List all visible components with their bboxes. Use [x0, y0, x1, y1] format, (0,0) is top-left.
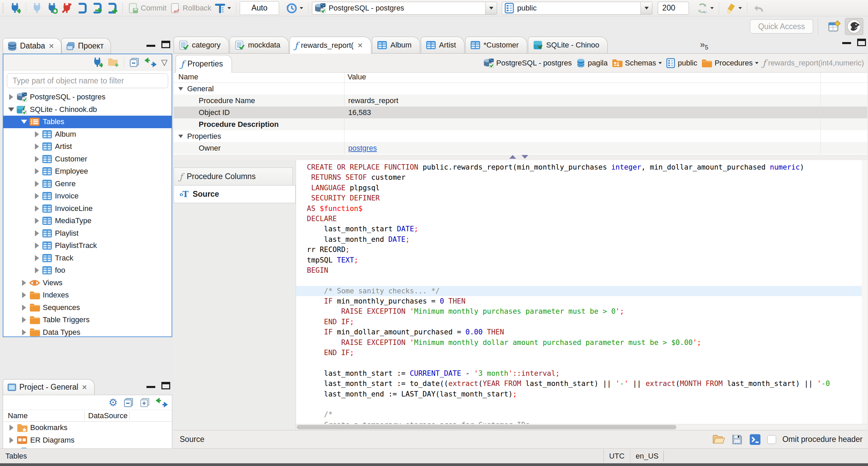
quick-access-input[interactable]: Quick Access	[750, 19, 813, 34]
editor-tab-rewards-report[interactable]: ƒrewards_report(✕	[290, 37, 372, 54]
splitter-down-icon[interactable]	[521, 155, 528, 159]
expander-collapsed-icon[interactable]	[32, 193, 42, 199]
maximize-icon[interactable]	[857, 39, 866, 46]
expander-collapsed-icon[interactable]	[19, 280, 29, 286]
editor-tab-mockdata[interactable]: mockdata	[230, 37, 289, 53]
breadcrumb-item-schemas[interactable]: Schemas	[612, 58, 662, 68]
tree-item-data-types[interactable]: Data Types	[3, 326, 172, 337]
connect-button[interactable]	[29, 1, 44, 15]
tree-item-track[interactable]: Track	[3, 252, 172, 265]
dbeaver-perspective-button[interactable]	[845, 18, 863, 35]
expander-collapsed-icon[interactable]	[19, 305, 29, 311]
close-icon[interactable]: ✕	[357, 41, 363, 50]
expander-expanded-icon[interactable]	[6, 108, 16, 112]
save-to-file-icon[interactable]	[731, 434, 743, 445]
commit-button[interactable]: Commit	[126, 1, 168, 15]
tree-item-table-triggers[interactable]: Table Triggers	[3, 314, 172, 326]
property-row-procedure-name[interactable]: Procedure Namerewards_report	[174, 95, 867, 106]
expander-collapsed-icon[interactable]	[32, 206, 42, 212]
tree-item-genre[interactable]: Genre	[3, 178, 172, 190]
fetch-size-input[interactable]: 200	[658, 2, 689, 15]
breadcrumb-item-public[interactable]: public	[666, 58, 697, 68]
tree-item-employee[interactable]: Employee	[3, 165, 172, 178]
connection-selector[interactable]: PostgreSQL - postgres	[312, 2, 497, 15]
tree-item-tables[interactable]: Tables	[3, 116, 172, 128]
auto-sync-button[interactable]	[694, 1, 715, 15]
format-button[interactable]	[723, 1, 744, 15]
schema-selector[interactable]: public	[502, 2, 652, 15]
expander-collapsed-icon[interactable]	[32, 168, 42, 174]
owner-link[interactable]: postgres	[348, 144, 377, 152]
horizontal-scrollbar[interactable]	[296, 424, 867, 430]
tree-item-indexes[interactable]: Indexes	[3, 289, 172, 302]
tab-database-navigator[interactable]: Databa ✕	[3, 38, 61, 54]
vertical-scrollbar[interactable]	[862, 160, 867, 424]
expander-collapsed-icon[interactable]	[32, 230, 42, 236]
property-value[interactable]: postgres	[344, 144, 377, 153]
column-divider[interactable]	[344, 73, 344, 155]
commit-mode-combo[interactable]: Auto	[240, 1, 279, 15]
new-folder-icon[interactable]	[107, 57, 119, 67]
scrollbar-thumb[interactable]	[297, 425, 676, 429]
tree-item-postgresql-postgres[interactable]: PostgreSQL - postgres	[3, 91, 172, 103]
property-row-properties[interactable]: Properties	[174, 130, 867, 142]
object-filter-input[interactable]: Type part of object name to filter	[7, 73, 168, 88]
open-perspective-button[interactable]	[827, 19, 842, 34]
tree-item-sqlite-chinook-db[interactable]: SQLite - Chinook.db	[3, 103, 172, 116]
maximize-icon[interactable]	[161, 41, 170, 48]
status-locale[interactable]: en_US	[636, 452, 658, 461]
subtab-source[interactable]: ‹›TSource	[174, 185, 296, 203]
source-code-editor[interactable]: CREATE OR REPLACE FUNCTION public.reward…	[296, 160, 867, 430]
expander-collapsed-icon[interactable]	[32, 242, 42, 249]
tree-item-playlist[interactable]: Playlist	[3, 227, 172, 240]
expander-collapsed-icon[interactable]	[32, 218, 42, 224]
expander-collapsed-icon[interactable]	[32, 267, 42, 273]
group-expander-icon[interactable]	[178, 87, 183, 91]
load-from-file-icon[interactable]	[712, 434, 725, 445]
console-icon[interactable]	[749, 433, 761, 446]
breadcrumb-item-pagila[interactable]: pagila	[576, 58, 608, 68]
property-row-owner[interactable]: Ownerpostgres	[174, 142, 867, 154]
editor-tab-customer[interactable]: *Customer	[465, 37, 527, 53]
panel-splitter[interactable]	[174, 155, 867, 160]
reconnect-button[interactable]	[44, 1, 59, 15]
project-item-bookmarks[interactable]: Bookmarks	[3, 422, 172, 434]
collapse-all-icon[interactable]	[123, 397, 134, 408]
editor-tab-category[interactable]: category	[174, 37, 229, 53]
expander-collapsed-icon[interactable]	[19, 317, 29, 323]
tree-item-invoiceline[interactable]: InvoiceLine	[3, 202, 172, 215]
gear-icon[interactable]: ⚙	[108, 397, 118, 408]
expander-collapsed-icon[interactable]	[6, 94, 16, 100]
property-row-procedure-description[interactable]: Procedure Description	[174, 118, 867, 130]
minimize-icon[interactable]	[842, 42, 851, 45]
expander-collapsed-icon[interactable]	[6, 437, 17, 443]
tree-item-customer[interactable]: Customer	[3, 153, 172, 166]
new-sql-script-button[interactable]	[104, 1, 119, 15]
disconnect-button[interactable]	[59, 1, 74, 15]
omit-header-checkbox[interactable]	[767, 435, 776, 444]
property-row-object-id[interactable]: Object ID16,583	[174, 106, 867, 118]
subtab-procedure-columns[interactable]: ƒProcedure Columns	[174, 168, 293, 186]
new-connection-button[interactable]	[7, 1, 22, 15]
minimize-icon[interactable]	[146, 45, 155, 47]
editor-tab-sqlite-chinoo[interactable]: SQLite - Chinoo	[528, 37, 608, 53]
group-expander-icon[interactable]	[178, 135, 183, 138]
expander-collapsed-icon[interactable]	[32, 255, 42, 261]
project-item-er-diagrams[interactable]: ER Diagrams	[3, 434, 172, 447]
tab-projects[interactable]: Проект	[61, 38, 111, 54]
tree-item-playlisttrack[interactable]: PlaylistTrack	[3, 239, 172, 252]
tree-item-foo[interactable]: foo	[3, 264, 172, 277]
link-with-editor-icon[interactable]	[144, 57, 157, 67]
tree-item-views[interactable]: Views	[3, 277, 172, 289]
tree-item-invoice[interactable]: Invoice	[3, 190, 172, 202]
tab-properties[interactable]: ƒ Properties	[176, 55, 232, 73]
close-icon[interactable]: ✕	[82, 383, 87, 391]
tree-item-mediatype[interactable]: MediaType	[3, 215, 172, 227]
expander-collapsed-icon[interactable]	[19, 329, 29, 335]
tree-item-album[interactable]: Album	[3, 128, 172, 141]
sql-editor-button[interactable]	[74, 1, 89, 15]
status-timezone[interactable]: UTC	[609, 452, 625, 461]
rollback-button[interactable]: Rollback	[168, 1, 213, 15]
collapse-all-icon[interactable]	[129, 57, 140, 68]
undo-button[interactable]	[751, 1, 766, 15]
